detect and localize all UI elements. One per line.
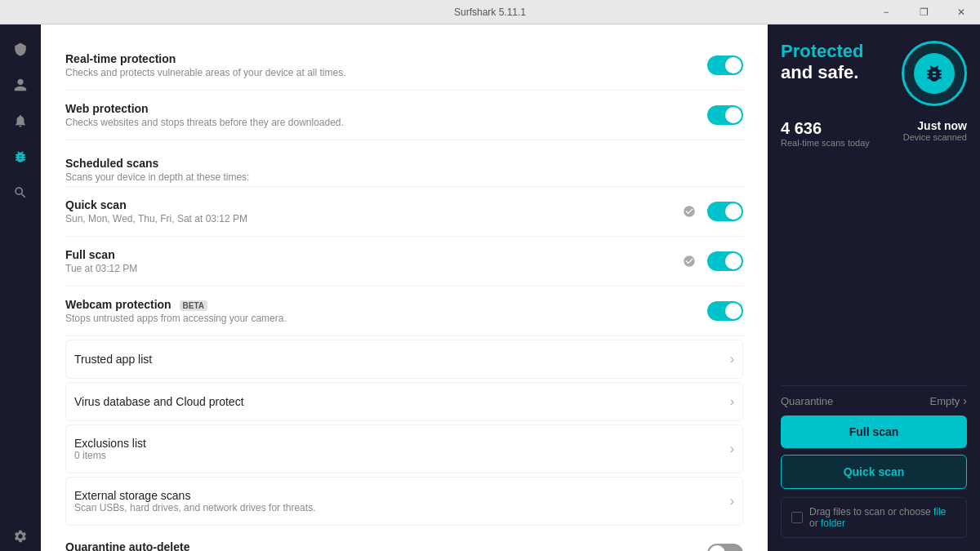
sidebar-item-account[interactable] <box>6 70 35 100</box>
external-storage-title: External storage scans <box>74 489 315 502</box>
quarantine-autodelete-title: Quarantine auto-delete <box>65 540 707 551</box>
exclusions-subtitle: 0 items <box>74 450 146 461</box>
chevron-right-icon: › <box>730 352 734 367</box>
bug-icon <box>914 53 955 94</box>
quarantine-autodelete-toggle[interactable] <box>707 544 743 551</box>
full-scan-actions <box>679 251 743 271</box>
external-storage-info: External storage scans Scan USBs, hard d… <box>74 489 315 513</box>
beta-badge: BETA <box>180 300 207 311</box>
scheduled-scans-desc: Scans your device in depth at these time… <box>65 171 743 183</box>
webcam-protection-row: Webcam protection BETA Stops untrusted a… <box>65 287 743 336</box>
drag-drop-area[interactable]: Drag files to scan or choose file or fol… <box>781 497 967 538</box>
window-controls: − ❐ ✕ <box>867 0 980 24</box>
web-protection-title: Web protection <box>65 102 707 115</box>
exclusions-title: Exclusions list <box>74 437 146 450</box>
status-line1: Protected <box>781 41 863 62</box>
scans-count: 4 636 <box>781 119 870 138</box>
quarantine-label: Quarantine <box>781 395 833 407</box>
web-protection-desc: Checks websites and stops threats before… <box>65 117 707 128</box>
trusted-app-list-title: Trusted app list <box>74 353 152 366</box>
status-line2: and safe. <box>781 62 863 83</box>
webcam-protection-desc: Stops untrusted apps from accessing your… <box>65 313 707 324</box>
chevron-right-icon: › <box>730 494 734 509</box>
chevron-right-icon: › <box>963 394 967 407</box>
drag-drop-text: Drag files to scan or choose file or fol… <box>809 506 956 529</box>
toggle-knob <box>725 57 742 73</box>
quick-scan-edit-icon[interactable] <box>679 202 699 221</box>
exclusions-row[interactable]: Exclusions list 0 items › <box>65 424 743 473</box>
spacer <box>781 161 967 385</box>
quick-scan-info: Quick scan Sun, Mon, Wed, Thu, Fri, Sat … <box>65 198 679 224</box>
scheduled-scans-title: Scheduled scans <box>65 157 743 170</box>
quick-scan-schedule: Sun, Mon, Wed, Thu, Fri, Sat at 03:12 PM <box>65 213 679 224</box>
minimize-button[interactable]: − <box>867 0 905 24</box>
real-time-protection-toggle[interactable] <box>707 56 743 75</box>
trusted-app-list-row[interactable]: Trusted app list › <box>65 340 743 379</box>
sidebar-item-search[interactable] <box>6 178 35 207</box>
exclusions-info: Exclusions list 0 items <box>74 437 146 461</box>
quick-scan-actions <box>679 202 743 221</box>
web-protection-toggle[interactable] <box>707 105 743 125</box>
virus-db-title: Virus database and Cloud protect <box>74 395 244 408</box>
file-link[interactable]: file <box>933 506 946 518</box>
quarantine-row[interactable]: Quarantine Empty › <box>781 385 967 415</box>
quick-scan-row: Quick scan Sun, Mon, Wed, Thu, Fri, Sat … <box>65 187 743 237</box>
full-scan-edit-icon[interactable] <box>679 251 699 271</box>
web-protection-row: Web protection Checks websites and stops… <box>65 91 743 140</box>
real-time-protection-desc: Checks and protects vulnerable areas of … <box>65 67 707 78</box>
toggle-knob <box>725 203 742 220</box>
scans-label: Real-time scans today <box>781 138 870 148</box>
quarantine-autodelete-info: Quarantine auto-delete Infected files wi… <box>65 540 707 551</box>
status-line2-text: and safe. <box>781 62 863 83</box>
quick-scan-toggle[interactable] <box>707 202 743 221</box>
virus-db-row[interactable]: Virus database and Cloud protect › <box>65 382 743 421</box>
webcam-protection-title: Webcam protection BETA <box>65 298 707 311</box>
full-scan-info: Full scan Tue at 03:12 PM <box>65 248 679 274</box>
full-scan-button[interactable]: Full scan <box>781 415 967 448</box>
app-container: Real-time protection Checks and protects… <box>0 24 980 551</box>
quick-scan-button[interactable]: Quick scan <box>781 455 967 489</box>
app-title: Surfshark 5.11.1 <box>454 7 526 18</box>
real-time-protection-row: Real-time protection Checks and protects… <box>65 41 743 91</box>
sidebar-item-alerts[interactable] <box>6 106 35 136</box>
scan-circle <box>902 41 967 106</box>
folder-link[interactable]: folder <box>821 518 845 529</box>
scan-time-label: Just now <box>903 119 967 132</box>
right-panel: Protected and safe. 4 636 Real-time scan… <box>768 24 980 551</box>
scheduled-scans-header-row: Scheduled scans Scans your device in dep… <box>65 140 743 187</box>
real-time-protection-title: Real-time protection <box>65 52 707 65</box>
close-button[interactable]: ✕ <box>942 0 980 24</box>
toggle-knob <box>709 545 725 551</box>
quarantine-value-text: Empty <box>929 395 960 407</box>
webcam-protection-toggle[interactable] <box>707 301 743 321</box>
full-scan-title: Full scan <box>65 248 679 261</box>
stats-row: 4 636 Real-time scans today Just now Dev… <box>781 119 967 148</box>
toggle-knob <box>725 303 742 319</box>
main-content: Real-time protection Checks and protects… <box>41 24 768 551</box>
sidebar-item-vpn[interactable] <box>6 34 35 64</box>
real-time-protection-info: Real-time protection Checks and protects… <box>65 52 707 78</box>
scan-time-item: Just now Device scanned <box>903 119 967 148</box>
maximize-button[interactable]: ❐ <box>905 0 942 24</box>
sidebar <box>0 24 41 551</box>
quarantine-value[interactable]: Empty › <box>929 394 967 407</box>
external-storage-row[interactable]: External storage scans Scan USBs, hard d… <box>65 477 743 526</box>
sidebar-item-antivirus[interactable] <box>6 142 35 171</box>
scheduled-scans-info: Scheduled scans Scans your device in dep… <box>65 152 743 183</box>
quarantine-autodelete-row: Quarantine auto-delete Infected files wi… <box>65 529 743 551</box>
webcam-protection-info: Webcam protection BETA Stops untrusted a… <box>65 298 707 324</box>
status-text-container: Protected and safe. <box>781 41 863 84</box>
chevron-right-icon: › <box>730 394 734 409</box>
status-section: Protected and safe. <box>781 41 967 106</box>
external-storage-desc: Scan USBs, hard drives, and network driv… <box>74 502 315 513</box>
title-bar: Surfshark 5.11.1 − ❐ ✕ <box>0 0 980 24</box>
toggle-knob <box>725 253 742 269</box>
full-scan-schedule: Tue at 03:12 PM <box>65 263 679 274</box>
scans-count-item: 4 636 Real-time scans today <box>781 119 870 148</box>
toggle-knob <box>725 107 742 123</box>
web-protection-info: Web protection Checks websites and stops… <box>65 102 707 128</box>
full-scan-toggle[interactable] <box>707 251 743 271</box>
chevron-right-icon: › <box>730 442 734 456</box>
drag-drop-checkbox[interactable] <box>791 512 803 523</box>
sidebar-item-settings[interactable] <box>6 522 35 551</box>
